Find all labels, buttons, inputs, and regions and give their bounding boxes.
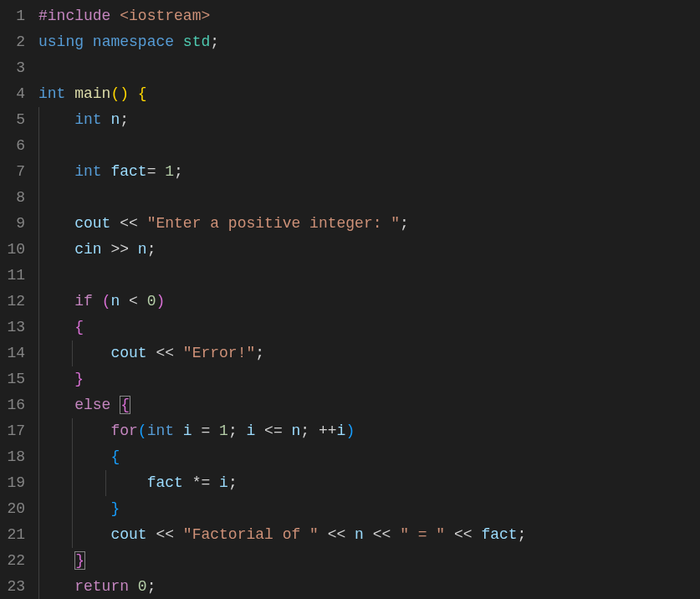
indent-guide	[38, 340, 39, 366]
code-token	[38, 241, 74, 258]
code-line[interactable]: else {	[38, 392, 700, 418]
indent-guide	[72, 470, 73, 496]
code-line[interactable]: }	[38, 496, 700, 522]
code-line[interactable]: cout << "Error!";	[38, 340, 700, 366]
code-line[interactable]: cout << "Enter a positive integer: ";	[38, 211, 700, 237]
code-token: std	[183, 33, 210, 50]
code-token: >>	[102, 241, 138, 258]
code-token: <<	[319, 526, 355, 543]
code-token	[38, 215, 74, 232]
code-token: *=	[183, 474, 219, 491]
code-token: {	[110, 448, 120, 465]
code-token	[38, 526, 110, 543]
code-line[interactable]	[38, 133, 700, 159]
line-number: 10	[7, 237, 25, 263]
code-line[interactable]: }	[38, 366, 700, 392]
code-token	[174, 33, 183, 50]
code-token: <<	[445, 526, 481, 543]
code-line[interactable]: int main() {	[38, 81, 700, 107]
code-token	[93, 293, 102, 310]
line-number: 9	[7, 211, 25, 237]
indent-guide	[38, 392, 39, 418]
indent-guide	[38, 159, 39, 185]
code-line[interactable]: if (n < 0)	[38, 289, 700, 315]
indent-guide	[38, 418, 39, 444]
code-token: <	[120, 293, 146, 310]
code-token: int	[74, 111, 101, 128]
code-token: n	[292, 422, 301, 439]
line-number: 3	[7, 55, 25, 81]
code-line[interactable]: fact *= i;	[38, 470, 700, 496]
indent-guide	[38, 574, 39, 599]
code-line[interactable]: using namespace std;	[38, 29, 700, 55]
line-number: 20	[7, 496, 25, 522]
line-number: 7	[7, 159, 25, 185]
code-line[interactable]: cout << "Factorial of " << n << " = " <<…	[38, 522, 700, 548]
code-token: 0	[147, 293, 156, 310]
indent-guide	[38, 548, 39, 574]
indent-guide	[38, 185, 39, 211]
line-number: 17	[7, 418, 25, 444]
code-token: {	[74, 319, 84, 335]
code-token: n	[138, 241, 147, 258]
code-token	[38, 552, 74, 569]
code-token: ;	[518, 526, 527, 543]
code-line[interactable]: for(int i = 1; i <= n; ++i)	[38, 418, 700, 444]
code-line[interactable]	[38, 263, 700, 289]
code-token	[84, 33, 93, 50]
line-number-gutter: 1234567891011121314151617181920212223	[0, 0, 38, 599]
code-token: cout	[74, 215, 110, 232]
code-token: "Factorial of "	[183, 526, 319, 543]
code-token: 1	[219, 422, 228, 439]
code-token: ;	[228, 474, 238, 491]
code-line[interactable]: int n;	[38, 107, 700, 133]
indent-guide	[72, 496, 73, 522]
line-number: 4	[7, 81, 25, 107]
code-token: n	[110, 293, 120, 310]
code-token	[110, 8, 120, 24]
code-token: <<	[147, 345, 183, 361]
code-content[interactable]: #include <iostream>using namespace std;i…	[38, 0, 700, 599]
code-token: ;	[210, 33, 219, 50]
code-token: n	[110, 111, 120, 128]
indent-guide	[38, 289, 39, 315]
code-token: fact	[110, 163, 146, 180]
code-token	[38, 500, 110, 517]
code-token: <<	[110, 215, 146, 232]
code-token	[38, 578, 74, 595]
code-line[interactable]	[38, 185, 700, 211]
code-line[interactable]: int fact= 1;	[38, 159, 700, 185]
indent-guide	[38, 470, 39, 496]
line-number: 11	[7, 263, 25, 289]
line-number: 14	[7, 340, 25, 366]
code-token: 0	[138, 578, 147, 595]
line-number: 16	[7, 392, 25, 418]
code-token: i	[219, 474, 228, 491]
code-token: <=	[255, 422, 291, 439]
code-line[interactable]	[38, 55, 700, 81]
code-token: ++	[319, 422, 337, 439]
code-token	[102, 163, 111, 180]
code-token: ;	[228, 422, 247, 439]
code-line[interactable]: #include <iostream>	[38, 3, 700, 29]
code-line[interactable]: {	[38, 444, 700, 470]
code-line[interactable]: }	[38, 548, 700, 574]
code-line[interactable]: {	[38, 315, 700, 340]
indent-guide	[72, 522, 73, 548]
code-token: ;	[255, 345, 264, 361]
code-token: ()	[110, 85, 129, 102]
code-line[interactable]: return 0;	[38, 574, 700, 599]
code-token: n	[355, 526, 364, 543]
code-token	[38, 111, 74, 128]
indent-guide	[38, 366, 39, 392]
code-token: {	[120, 396, 130, 414]
code-editor[interactable]: 1234567891011121314151617181920212223 #i…	[0, 0, 700, 599]
code-token: fact	[147, 474, 183, 491]
line-number: 12	[7, 289, 25, 315]
code-line[interactable]: cin >> n;	[38, 237, 700, 263]
code-token	[65, 85, 74, 102]
code-token: return	[74, 578, 129, 595]
code-token: ;	[400, 215, 409, 232]
code-token	[38, 448, 110, 465]
code-token: i	[247, 422, 256, 439]
